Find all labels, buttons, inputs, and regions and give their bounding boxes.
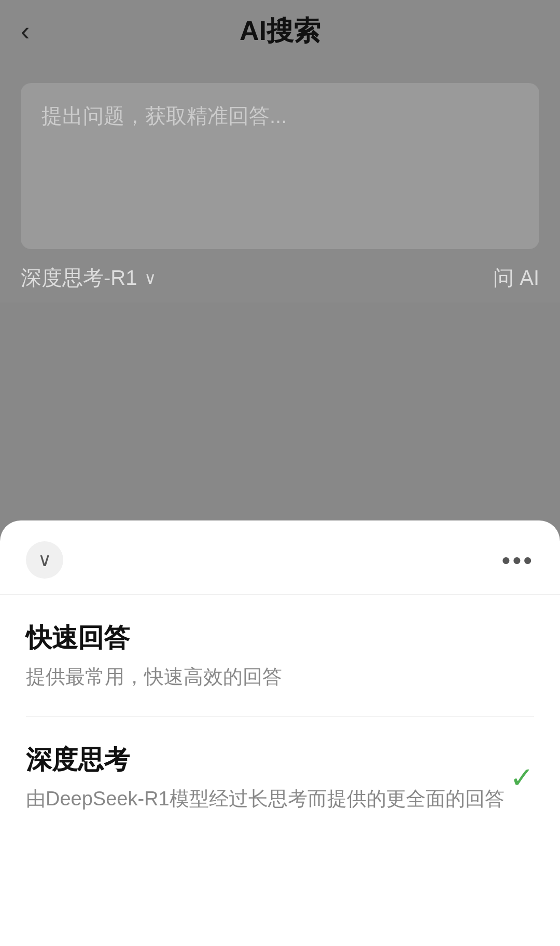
- header: ‹ AI搜索: [0, 0, 560, 62]
- option-deep-think-title: 深度思考: [26, 743, 534, 777]
- back-button[interactable]: ‹: [21, 18, 30, 45]
- option-quick-answer[interactable]: 快速回答 提供最常用，快速高效的回答: [0, 595, 560, 716]
- selected-check-icon: ✓: [510, 761, 534, 794]
- collapse-button[interactable]: ∨: [26, 541, 63, 579]
- search-input-box[interactable]: 提出问题，获取精准回答...: [21, 83, 539, 249]
- option-deep-think[interactable]: 深度思考 由DeepSeek-R1模型经过长思考而提供的更全面的回答 ✓: [0, 717, 560, 838]
- option-deep-think-desc: 由DeepSeek-R1模型经过长思考而提供的更全面的回答: [26, 786, 534, 812]
- model-selector[interactable]: 深度思考-R1 ∨: [21, 264, 156, 292]
- more-options-button[interactable]: •••: [502, 546, 534, 574]
- page-title: AI搜索: [240, 13, 320, 49]
- chevron-down-icon: ∨: [144, 268, 156, 288]
- option-quick-answer-desc: 提供最常用，快速高效的回答: [26, 664, 534, 690]
- chevron-down-icon: ∨: [38, 549, 51, 571]
- search-placeholder: 提出问题，获取精准回答...: [41, 104, 287, 127]
- sheet-handle-row: ∨ •••: [0, 520, 560, 594]
- ask-ai-button[interactable]: 问 AI: [493, 264, 539, 292]
- model-label: 深度思考-R1: [21, 264, 137, 292]
- search-area: 提出问题，获取精准回答... 深度思考-R1 ∨ 问 AI: [0, 62, 560, 303]
- option-quick-answer-title: 快速回答: [26, 621, 534, 655]
- bottom-sheet: ∨ ••• 快速回答 提供最常用，快速高效的回答 深度思考 由DeepSeek-…: [0, 520, 560, 946]
- search-toolbar: 深度思考-R1 ∨ 问 AI: [21, 249, 539, 303]
